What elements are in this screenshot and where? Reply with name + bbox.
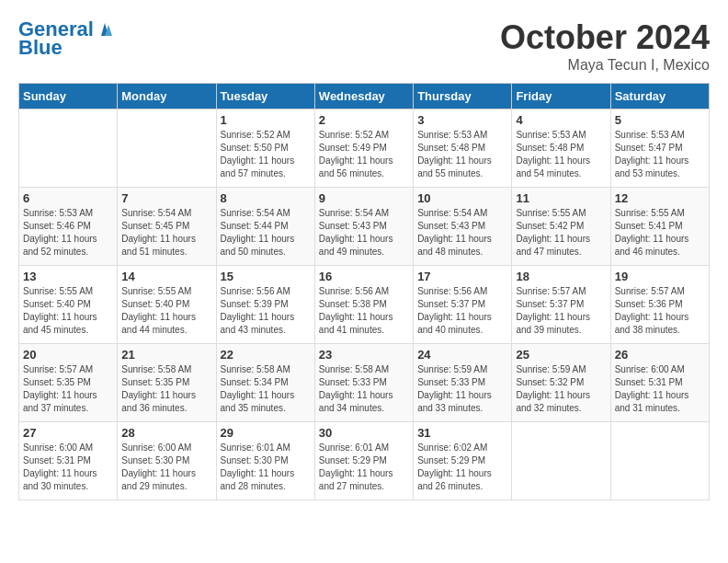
header-monday: Monday [118, 84, 216, 109]
day-number: 5 [615, 113, 705, 127]
day-info: Sunrise: 6:00 AM Sunset: 5:30 PM Dayligh… [121, 442, 211, 493]
calendar-cell: 20Sunrise: 5:57 AM Sunset: 5:35 PM Dayli… [19, 344, 118, 422]
calendar-cell: 22Sunrise: 5:58 AM Sunset: 5:34 PM Dayli… [216, 344, 314, 422]
day-info: Sunrise: 5:53 AM Sunset: 5:47 PM Dayligh… [615, 129, 705, 180]
day-number: 17 [417, 270, 507, 283]
calendar-cell: 14Sunrise: 5:55 AM Sunset: 5:40 PM Dayli… [118, 266, 216, 344]
calendar-cell: 10Sunrise: 5:54 AM Sunset: 5:43 PM Dayli… [414, 188, 512, 266]
calendar-cell: 29Sunrise: 6:01 AM Sunset: 5:30 PM Dayli… [216, 422, 314, 500]
day-info: Sunrise: 5:54 AM Sunset: 5:43 PM Dayligh… [319, 207, 409, 259]
day-number: 25 [516, 348, 606, 362]
calendar-cell: 19Sunrise: 5:57 AM Sunset: 5:36 PM Dayli… [610, 266, 709, 344]
header-row: SundayMondayTuesdayWednesdayThursdayFrid… [19, 84, 710, 109]
calendar-cell: 25Sunrise: 5:59 AM Sunset: 5:32 PM Dayli… [512, 344, 610, 422]
calendar-cell [19, 109, 118, 188]
day-info: Sunrise: 6:00 AM Sunset: 5:31 PM Dayligh… [23, 442, 113, 493]
day-number: 23 [319, 348, 409, 362]
day-info: Sunrise: 6:02 AM Sunset: 5:29 PM Dayligh… [417, 442, 507, 493]
day-info: Sunrise: 5:56 AM Sunset: 5:37 PM Dayligh… [417, 285, 507, 337]
logo-blue-text: Blue [18, 37, 63, 59]
day-number: 6 [23, 191, 113, 205]
calendar-cell: 23Sunrise: 5:58 AM Sunset: 5:33 PM Dayli… [314, 344, 413, 422]
day-number: 14 [121, 270, 211, 283]
day-info: Sunrise: 5:53 AM Sunset: 5:46 PM Dayligh… [23, 207, 113, 259]
month-title: October 2024 [500, 18, 710, 57]
day-number: 21 [121, 348, 211, 362]
calendar-cell: 7Sunrise: 5:54 AM Sunset: 5:45 PM Daylig… [118, 188, 216, 266]
week-row-2: 6Sunrise: 5:53 AM Sunset: 5:46 PM Daylig… [19, 188, 710, 266]
calendar-cell: 30Sunrise: 6:01 AM Sunset: 5:29 PM Dayli… [314, 422, 413, 500]
day-number: 26 [615, 348, 705, 362]
calendar-cell [512, 422, 610, 500]
day-number: 19 [615, 270, 705, 283]
header-thursday: Thursday [414, 84, 512, 109]
calendar-cell: 1Sunrise: 5:52 AM Sunset: 5:50 PM Daylig… [216, 109, 314, 188]
header-friday: Friday [512, 84, 610, 109]
title-block: October 2024 Maya Tecun I, Mexico [500, 18, 710, 74]
day-number: 29 [221, 426, 311, 440]
calendar-cell: 9Sunrise: 5:54 AM Sunset: 5:43 PM Daylig… [314, 188, 413, 266]
day-number: 10 [417, 191, 507, 205]
day-number: 30 [319, 426, 409, 440]
day-number: 7 [121, 191, 211, 205]
day-number: 24 [417, 348, 507, 362]
day-info: Sunrise: 6:01 AM Sunset: 5:30 PM Dayligh… [221, 442, 311, 493]
day-number: 8 [221, 191, 311, 205]
day-info: Sunrise: 5:58 AM Sunset: 5:33 PM Dayligh… [319, 363, 409, 415]
day-info: Sunrise: 5:54 AM Sunset: 5:45 PM Dayligh… [121, 207, 211, 259]
day-info: Sunrise: 5:55 AM Sunset: 5:40 PM Dayligh… [121, 285, 211, 337]
page-header: General Blue October 2024 Maya Tecun I, … [18, 18, 710, 74]
calendar-cell: 5Sunrise: 5:53 AM Sunset: 5:47 PM Daylig… [610, 109, 709, 188]
day-number: 11 [516, 191, 606, 205]
calendar-cell: 8Sunrise: 5:54 AM Sunset: 5:44 PM Daylig… [216, 188, 314, 266]
calendar-cell: 16Sunrise: 5:56 AM Sunset: 5:38 PM Dayli… [314, 266, 413, 344]
calendar-cell: 2Sunrise: 5:52 AM Sunset: 5:49 PM Daylig… [314, 109, 413, 188]
calendar-cell [118, 109, 216, 188]
day-number: 18 [516, 270, 606, 283]
day-number: 12 [615, 191, 705, 205]
day-number: 16 [319, 270, 409, 283]
day-info: Sunrise: 5:55 AM Sunset: 5:41 PM Dayligh… [615, 207, 705, 259]
day-info: Sunrise: 5:52 AM Sunset: 5:50 PM Dayligh… [221, 129, 311, 180]
day-info: Sunrise: 5:59 AM Sunset: 5:32 PM Dayligh… [516, 363, 606, 415]
day-number: 1 [221, 113, 311, 127]
day-number: 13 [23, 270, 113, 283]
day-info: Sunrise: 5:53 AM Sunset: 5:48 PM Dayligh… [417, 129, 507, 180]
calendar-cell: 24Sunrise: 5:59 AM Sunset: 5:33 PM Dayli… [414, 344, 512, 422]
week-row-1: 1Sunrise: 5:52 AM Sunset: 5:50 PM Daylig… [19, 109, 710, 188]
header-tuesday: Tuesday [216, 84, 314, 109]
day-info: Sunrise: 5:54 AM Sunset: 5:43 PM Dayligh… [417, 207, 507, 259]
calendar-cell: 17Sunrise: 5:56 AM Sunset: 5:37 PM Dayli… [414, 266, 512, 344]
day-number: 2 [319, 113, 409, 127]
day-info: Sunrise: 5:57 AM Sunset: 5:36 PM Dayligh… [615, 285, 705, 337]
week-row-3: 13Sunrise: 5:55 AM Sunset: 5:40 PM Dayli… [19, 266, 710, 344]
logo: General Blue [18, 18, 116, 59]
calendar-cell: 13Sunrise: 5:55 AM Sunset: 5:40 PM Dayli… [19, 266, 118, 344]
day-info: Sunrise: 5:55 AM Sunset: 5:40 PM Dayligh… [23, 285, 113, 337]
day-info: Sunrise: 6:01 AM Sunset: 5:29 PM Dayligh… [319, 442, 409, 493]
day-info: Sunrise: 5:56 AM Sunset: 5:38 PM Dayligh… [319, 285, 409, 337]
header-saturday: Saturday [610, 84, 709, 109]
day-info: Sunrise: 5:52 AM Sunset: 5:49 PM Dayligh… [319, 129, 409, 180]
day-info: Sunrise: 5:58 AM Sunset: 5:35 PM Dayligh… [121, 363, 211, 415]
calendar-table: SundayMondayTuesdayWednesdayThursdayFrid… [18, 83, 710, 500]
calendar-cell: 21Sunrise: 5:58 AM Sunset: 5:35 PM Dayli… [118, 344, 216, 422]
day-number: 4 [516, 113, 606, 127]
calendar-cell: 28Sunrise: 6:00 AM Sunset: 5:30 PM Dayli… [118, 422, 216, 500]
week-row-4: 20Sunrise: 5:57 AM Sunset: 5:35 PM Dayli… [19, 344, 710, 422]
day-info: Sunrise: 5:57 AM Sunset: 5:35 PM Dayligh… [23, 363, 113, 415]
day-info: Sunrise: 5:59 AM Sunset: 5:33 PM Dayligh… [417, 363, 507, 415]
calendar-cell: 18Sunrise: 5:57 AM Sunset: 5:37 PM Dayli… [512, 266, 610, 344]
calendar-cell [610, 422, 709, 500]
calendar-cell: 3Sunrise: 5:53 AM Sunset: 5:48 PM Daylig… [414, 109, 512, 188]
day-number: 15 [221, 270, 311, 283]
location: Maya Tecun I, Mexico [500, 57, 710, 74]
day-info: Sunrise: 5:55 AM Sunset: 5:42 PM Dayligh… [516, 207, 606, 259]
day-info: Sunrise: 5:56 AM Sunset: 5:39 PM Dayligh… [221, 285, 311, 337]
day-number: 27 [23, 426, 113, 440]
calendar-cell: 4Sunrise: 5:53 AM Sunset: 5:48 PM Daylig… [512, 109, 610, 188]
calendar-cell: 31Sunrise: 6:02 AM Sunset: 5:29 PM Dayli… [414, 422, 512, 500]
day-number: 3 [417, 113, 507, 127]
calendar-cell: 15Sunrise: 5:56 AM Sunset: 5:39 PM Dayli… [216, 266, 314, 344]
week-row-5: 27Sunrise: 6:00 AM Sunset: 5:31 PM Dayli… [19, 422, 710, 500]
